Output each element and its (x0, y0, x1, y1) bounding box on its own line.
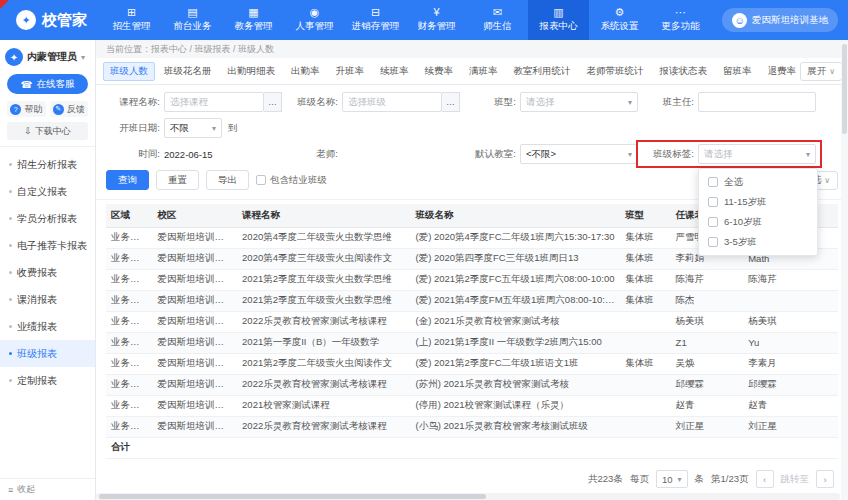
top-menu-item[interactable]: ⚙ 系统设置 (589, 0, 650, 40)
report-tab[interactable]: 报读状态表 (653, 62, 715, 81)
help-button[interactable]: ? 帮助 (7, 101, 46, 117)
course-picker-button[interactable]: … (264, 92, 282, 112)
reset-button[interactable]: 重置 (156, 170, 199, 190)
next-page-button[interactable]: › (816, 470, 834, 488)
default-room-filter: 默认教室: <不限> ▾ (462, 144, 640, 164)
table-row: 业务线二 爱因斯坦培训基地 2022乐灵教育校管家测试考核课程 (苏州) 202… (106, 374, 838, 395)
report-tab[interactable]: 出勤率 (284, 62, 327, 81)
class-type-select[interactable]: 请选择 ▾ (520, 92, 638, 112)
dropdown-option[interactable]: 6-10岁班 (699, 212, 817, 232)
checkbox-icon[interactable] (708, 177, 718, 187)
report-tab[interactable]: 满班率 (462, 62, 505, 81)
sidebar-menu-item[interactable]: 定制报表 (0, 367, 95, 394)
account-selector[interactable]: ☺ 爱因斯坦培训基地 (722, 8, 838, 32)
report-tab[interactable]: 留班率 (716, 62, 759, 81)
open-date-filter: 开班日期: 不限 ▾ 到 (106, 118, 244, 138)
cell-region: 业务线二 (106, 353, 152, 374)
report-tab[interactable]: 升班率 (329, 62, 372, 81)
sidebar-menu-item[interactable]: 招生分析报表 (0, 151, 95, 178)
report-tab-label: 留班率 (723, 65, 752, 76)
top-menu-item[interactable]: ⊞ 招生管理 (101, 0, 162, 40)
app-title: 校管家 (42, 11, 87, 30)
cell-teacher: 杨美琪 (671, 311, 744, 332)
download-center-button[interactable]: ⇩ 下载中心 (7, 122, 88, 140)
horizontal-scrollbar[interactable] (96, 493, 840, 500)
user-role-menu[interactable]: ✦ 内蒙管理员 ▾ (0, 40, 95, 72)
online-service-button[interactable]: ☎ 在线客服 (7, 74, 88, 94)
report-tab[interactable]: 班级花名册 (157, 62, 219, 81)
dropdown-option[interactable]: 3-5岁班 (699, 232, 817, 252)
date-range-to-label: 到 (228, 122, 238, 135)
sidebar-menu-item[interactable]: 业绩报表 (0, 313, 95, 340)
sidebar-menu-item[interactable]: 自定义报表 (0, 178, 95, 205)
dropdown-option[interactable]: 全选 (699, 172, 817, 192)
course-name-input[interactable]: 选择课程 (164, 92, 264, 112)
checkbox-icon[interactable] (256, 175, 266, 185)
class-name-input[interactable]: 选择班级 (342, 92, 442, 112)
report-tab[interactable]: 老师带班统计 (580, 62, 651, 81)
sidebar-menu-item[interactable]: 班级报表 (0, 340, 95, 367)
sidebar-menu-item[interactable]: 电子推荐卡报表 (0, 232, 95, 259)
checkbox-icon[interactable] (708, 237, 718, 247)
per-page-select[interactable]: 10 ▾ (656, 470, 688, 488)
report-tab[interactable]: 续班率 (373, 62, 416, 81)
cell-class-type: 集体班 (620, 290, 670, 311)
cell-course: 2021第2季度五年级萤火虫数学思维 (237, 290, 410, 311)
total-row: 合计 (106, 437, 838, 458)
feedback-button[interactable]: ✎ 反馈 (50, 101, 89, 117)
collapse-sidebar-button[interactable]: ≡ 收起 (0, 478, 95, 500)
cell-region: 业务线二 (106, 332, 152, 353)
open-date-select[interactable]: 不限 ▾ (164, 118, 222, 138)
cell-head-teacher (743, 290, 838, 311)
cell-class: (爱) 2020第四季度FC三年级1班周日13 (410, 248, 620, 269)
horizontal-scrollbar-thumb[interactable] (99, 494, 486, 499)
prev-page-button[interactable]: ‹ (756, 470, 774, 488)
report-tab[interactable]: 退费率 (761, 62, 801, 81)
phone-icon: ☎ (21, 79, 33, 90)
cell-course: 2022乐灵教育校管家测试考核课程 (237, 416, 410, 437)
class-picker-button[interactable]: … (442, 92, 460, 112)
top-menu-item[interactable]: ▤ 前台业务 (162, 0, 223, 40)
report-tab[interactable]: 出勤明细表 (221, 62, 283, 81)
dropdown-option[interactable]: 11-15岁班 (699, 192, 817, 212)
top-menu-item[interactable]: ⋯ 更多功能 (650, 0, 711, 40)
checkbox-icon[interactable] (708, 217, 718, 227)
tabs-expand-button[interactable]: 展开 ∨ (800, 62, 842, 81)
cell-campus: 爱因斯坦培训基地 (152, 269, 237, 290)
table-body: 业务线二 爱因斯坦培训基地 2020第4季度二年级萤火虫数学思维 (爱) 202… (106, 227, 838, 437)
dropdown-option-label: 全选 (724, 176, 743, 189)
report-tab[interactable]: 教室利用统计 (507, 62, 578, 81)
bullet-icon (9, 217, 12, 220)
top-menu-label: 进销存管理 (352, 20, 400, 33)
head-teacher-input[interactable] (698, 92, 816, 112)
include-closed-checkbox[interactable]: 包含结业班级 (256, 174, 327, 187)
top-menu-item[interactable]: ✉ 师生信 (467, 0, 528, 40)
sidebar-menu-label: 业绩报表 (17, 320, 57, 334)
download-icon: ⇩ (24, 126, 32, 136)
checkbox-icon[interactable] (708, 197, 718, 207)
top-menu-item[interactable]: ◉ 人事管理 (284, 0, 345, 40)
time-value[interactable]: 2022-06-15 (164, 149, 213, 160)
top-menu-item[interactable]: ¥ 财务管理 (406, 0, 467, 40)
search-button[interactable]: 查询 (106, 170, 149, 190)
cell-campus: 爱因斯坦培训基地 (152, 290, 237, 311)
sidebar-menu-item[interactable]: 收费报表 (0, 259, 95, 286)
report-tab-label: 班级人数 (110, 65, 148, 76)
vertical-scrollbar[interactable] (841, 40, 848, 500)
export-button[interactable]: 导出 (206, 170, 249, 190)
report-tab-label: 出勤率 (291, 65, 320, 76)
top-menu-item[interactable]: ⊟ 进销存管理 (345, 0, 406, 40)
class-tag-select[interactable]: 请选择 ▾ (698, 144, 816, 164)
top-menu-item[interactable]: ▥ 报表中心 (528, 0, 589, 40)
default-room-select[interactable]: <不限> ▾ (520, 144, 638, 164)
bullet-icon (9, 271, 12, 274)
sidebar-menu-item[interactable]: 课消报表 (0, 286, 95, 313)
cell-region: 业务线二 (106, 311, 152, 332)
sidebar-menu-item[interactable]: 学员分析报表 (0, 205, 95, 232)
top-menu-item[interactable]: ▦ 教务管理 (223, 0, 284, 40)
cell-course: 2022乐灵教育校管家测试考核课程 (237, 374, 410, 395)
report-tab[interactable]: 班级人数 (103, 62, 155, 81)
report-tab-label: 续班率 (380, 65, 409, 76)
vertical-scrollbar-thumb[interactable] (842, 44, 847, 134)
report-tab[interactable]: 续费率 (418, 62, 461, 81)
